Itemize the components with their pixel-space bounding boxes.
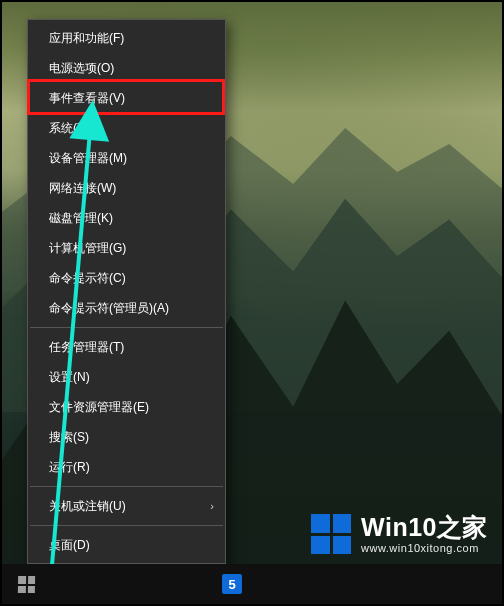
menu-item[interactable]: 网络连接(W) bbox=[29, 173, 224, 203]
menu-item[interactable]: 应用和功能(F) bbox=[29, 23, 224, 53]
menu-separator bbox=[30, 525, 223, 526]
windows-logo-icon bbox=[17, 576, 34, 593]
menu-separator bbox=[30, 486, 223, 487]
menu-item-label: 应用和功能(F) bbox=[49, 31, 124, 45]
watermark-title: Win10之家 bbox=[361, 515, 488, 540]
menu-item[interactable]: 关机或注销(U)› bbox=[29, 491, 224, 521]
menu-item-label: 搜索(S) bbox=[49, 430, 89, 444]
menu-item-label: 运行(R) bbox=[49, 460, 90, 474]
menu-item-label: 设备管理器(M) bbox=[49, 151, 127, 165]
menu-item[interactable]: 运行(R) bbox=[29, 452, 224, 482]
menu-item[interactable]: 命令提示符(C) bbox=[29, 263, 224, 293]
taskbar-app-icon[interactable]: 5 bbox=[210, 564, 254, 604]
menu-item[interactable]: 系统(Y) bbox=[29, 113, 224, 143]
menu-item-label: 任务管理器(T) bbox=[49, 340, 124, 354]
menu-item[interactable]: 任务管理器(T) bbox=[29, 332, 224, 362]
watermark: Win10之家 www.win10xitong.com bbox=[311, 514, 488, 554]
menu-item[interactable]: 桌面(D) bbox=[29, 530, 224, 560]
menu-item-label: 系统(Y) bbox=[49, 121, 89, 135]
menu-item-label: 桌面(D) bbox=[49, 538, 90, 552]
menu-item-label: 磁盘管理(K) bbox=[49, 211, 113, 225]
menu-item-label: 事件查看器(V) bbox=[49, 91, 125, 105]
menu-item[interactable]: 搜索(S) bbox=[29, 422, 224, 452]
menu-item-label: 设置(N) bbox=[49, 370, 90, 384]
start-button[interactable] bbox=[2, 564, 50, 604]
taskbar: 5 bbox=[2, 564, 502, 604]
watermark-windows-icon bbox=[311, 514, 351, 554]
menu-item[interactable]: 计算机管理(G) bbox=[29, 233, 224, 263]
menu-item[interactable]: 电源选项(O) bbox=[29, 53, 224, 83]
menu-item[interactable]: 命令提示符(管理员)(A) bbox=[29, 293, 224, 323]
menu-item-label: 文件资源管理器(E) bbox=[49, 400, 149, 414]
menu-item[interactable]: 磁盘管理(K) bbox=[29, 203, 224, 233]
app-badge: 5 bbox=[222, 574, 242, 594]
watermark-url: www.win10xitong.com bbox=[361, 542, 488, 554]
menu-separator bbox=[30, 327, 223, 328]
menu-item-label: 电源选项(O) bbox=[49, 61, 114, 75]
menu-item[interactable]: 事件查看器(V) bbox=[29, 83, 224, 113]
chevron-right-icon: › bbox=[210, 491, 214, 521]
menu-item-label: 计算机管理(G) bbox=[49, 241, 126, 255]
menu-item[interactable]: 设备管理器(M) bbox=[29, 143, 224, 173]
menu-item-label: 关机或注销(U) bbox=[49, 499, 126, 513]
menu-item-label: 命令提示符(C) bbox=[49, 271, 126, 285]
menu-item-label: 网络连接(W) bbox=[49, 181, 116, 195]
menu-item-label: 命令提示符(管理员)(A) bbox=[49, 301, 169, 315]
winx-context-menu: 应用和功能(F)电源选项(O)事件查看器(V)系统(Y)设备管理器(M)网络连接… bbox=[27, 19, 226, 564]
menu-item[interactable]: 文件资源管理器(E) bbox=[29, 392, 224, 422]
menu-item[interactable]: 设置(N) bbox=[29, 362, 224, 392]
